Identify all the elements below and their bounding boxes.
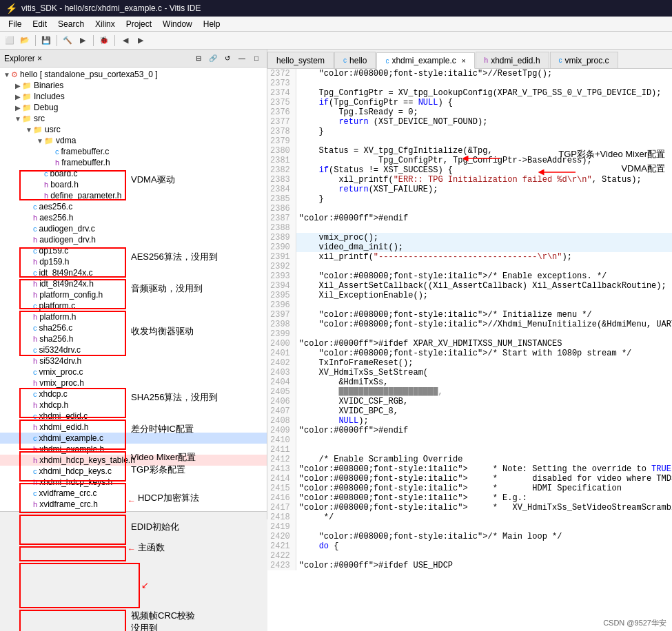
link-editor-btn[interactable]: 🔗 — [207, 52, 219, 65]
tree-src[interactable]: ▼ 📁 src — [0, 113, 267, 124]
line-number: 2419 — [267, 522, 296, 532]
tree-vmix-c-label: vmix_proc.c — [39, 367, 83, 377]
toolbar-forward[interactable]: ▶ — [134, 34, 147, 48]
menu-file[interactable]: File — [3, 18, 27, 30]
toolbar-save[interactable]: 💾 — [39, 34, 53, 48]
tree-includes[interactable]: ▶ 📁 Includes — [0, 91, 267, 102]
tree-idt-h[interactable]: h idt_8t49n24x.h — [0, 278, 267, 289]
tree-audiogen-c[interactable]: c audiogen_drv.c — [0, 223, 267, 234]
toolbar-sep-2 — [57, 35, 57, 46]
menu-project[interactable]: Project — [121, 18, 157, 30]
tree-board-h[interactable]: h board.h — [0, 179, 267, 190]
tree-platform-c[interactable]: c platform.c — [0, 300, 267, 311]
code-area[interactable]: 2372 "color:#008000;font-style:italic">/… — [267, 69, 672, 631]
tree-binaries[interactable]: ▶ 📁 Binaries — [0, 80, 267, 91]
tree-usrc-label: usrc — [45, 125, 61, 134]
title-text: vitis_SDK - hello/src/xhdmi_example.c - … — [21, 3, 201, 13]
line-code: return(XST_FAILURE); — [296, 185, 672, 194]
menu-edit[interactable]: Edit — [27, 18, 52, 30]
tree-idt-c[interactable]: c idt_8t49n24x.c — [0, 267, 267, 278]
line-code: "color:#008000;font-style:italic"> * XV_… — [296, 503, 672, 513]
tree-board-c[interactable]: c board.c — [0, 168, 267, 179]
tab-xhdmi-edid-h[interactable]: h xhdmi_edid.h — [476, 52, 549, 68]
line-code: return (XST_DEVICE_NOT_FOUND); — [296, 117, 672, 127]
line-number: 2387 — [267, 214, 296, 223]
menu-help[interactable]: Help — [198, 18, 226, 30]
tree-dp159-c-label: dp159.c — [39, 246, 69, 256]
line-number: 2379 — [267, 136, 296, 146]
line-number: 2373 — [267, 79, 296, 88]
line-code: &HdmiTxSs, — [296, 377, 672, 387]
tree-xvidframe-c[interactable]: c xvidframe_crc.c — [0, 488, 267, 499]
toolbar: ⬜ 📂 💾 🔨 ▶ 🐞 ◀ ▶ — [0, 32, 672, 50]
tab-xhdmi-example-c[interactable]: c xhdmi_example.c × — [376, 52, 474, 69]
tree-hdcp-keys-c[interactable]: c xhdmi_hdcp_keys.c — [0, 466, 267, 477]
menu-xilinx[interactable]: Xilinx — [90, 18, 121, 30]
tree-xhdcp-c[interactable]: c xhdcp.c — [0, 389, 267, 400]
tree-si5324-c[interactable]: c si5324drv.c — [0, 344, 267, 355]
tree-vmix-h[interactable]: h vmix_proc.h — [0, 377, 267, 389]
line-number: 2421 — [267, 541, 296, 551]
tree-xhdmi-edid-h[interactable]: h xhdmi_edid.h — [0, 422, 267, 433]
tree-platform-h[interactable]: h platform.h — [0, 311, 267, 322]
line-code — [296, 329, 672, 339]
explorer-header: Explorer × ⊟ 🔗 ↺ — □ — [0, 50, 267, 68]
tree-aes256-h-label: aes256.h — [39, 213, 73, 223]
tree-xhdcp-h-label: xhdcp.h — [39, 400, 68, 410]
tree-xhdmi-example-c[interactable]: c xhdmi_example.c — [0, 433, 267, 444]
collapse-all-btn[interactable]: ⊟ — [192, 52, 205, 65]
tree-define-param-h[interactable]: h define_parameter.h — [0, 190, 267, 201]
tree-dp159-c[interactable]: c dp159.c — [0, 245, 267, 256]
tree-hdcp-keys-table[interactable]: h xhdmi_hdcp_keys_table.h — [0, 455, 267, 466]
toolbar-open[interactable]: 📂 — [18, 34, 32, 48]
tree-vdma-folder[interactable]: ▼ 📁 vdma — [0, 135, 267, 146]
line-number: 2420 — [267, 532, 296, 541]
line-code: /* Enable Scrambling Override — [296, 455, 672, 464]
tree-xhdmi-example-h-label: xhdmi_example.h — [39, 444, 104, 454]
left-scrollbar[interactable] — [0, 511, 267, 519]
tab-close-xhdmi-c[interactable]: × — [462, 57, 466, 65]
line-number: 2375 — [267, 98, 296, 107]
explorer-header-right: ⊟ 🔗 ↺ — □ — [192, 52, 263, 65]
line-code: "color:#0000ff">#endif — [296, 426, 672, 435]
toolbar-debug[interactable]: 🐞 — [97, 34, 111, 48]
tree-dp159-h[interactable]: h dp159.h — [0, 256, 267, 267]
tree-si5324-h[interactable]: h si5324drv.h — [0, 355, 267, 366]
tree-platform-config[interactable]: h platform_config.h — [0, 289, 267, 300]
tree-aes256-c[interactable]: c aes256.c — [0, 201, 267, 212]
line-code — [296, 204, 672, 214]
tree-xhdcp-h[interactable]: h xhdcp.h — [0, 400, 267, 411]
tree-xvidframe-h[interactable]: h xvidframe_crc.h — [0, 499, 267, 510]
line-number: 2397 — [267, 310, 296, 320]
tree-xhdmi-example-h[interactable]: h xhdmi_example.h — [0, 444, 267, 455]
tree-usrc[interactable]: ▼ 📁 usrc — [0, 124, 267, 135]
tree-sha256-h[interactable]: h sha256.h — [0, 333, 267, 344]
tree-project-root[interactable]: ▼ ⚙ hello [ standalone_psu_cortexa53_0 ] — [0, 69, 267, 80]
line-number: 2380 — [267, 146, 296, 156]
tab-edid-h-label: xhdmi_edid.h — [491, 56, 540, 65]
left-panel-wrapper: Explorer × ⊟ 🔗 ↺ — □ ▼ ⚙ hello [ standal — [0, 50, 267, 631]
tree-vmix-c[interactable]: c vmix_proc.c — [0, 366, 267, 377]
menu-window[interactable]: Window — [157, 18, 198, 30]
toolbar-run[interactable]: ▶ — [76, 34, 90, 48]
toolbar-back[interactable]: ◀ — [119, 34, 132, 48]
toolbar-new[interactable]: ⬜ — [3, 34, 17, 48]
toolbar-build[interactable]: 🔨 — [61, 34, 74, 48]
tree-hdcp-keys-h[interactable]: h xhdmi_hdcp_keys.h — [0, 477, 267, 488]
menu-search[interactable]: Search — [52, 18, 90, 30]
line-number: 2389 — [267, 233, 296, 242]
tab-hello[interactable]: c hello — [334, 52, 376, 68]
line-number: 2407 — [267, 406, 296, 416]
maximize-btn[interactable]: □ — [250, 52, 263, 65]
tree-debug[interactable]: ▶ 📁 Debug — [0, 102, 267, 113]
tree-xhdmi-edid-c[interactable]: c xhdmi_edid.c — [0, 411, 267, 422]
tree-framebuffer-c[interactable]: c framebuffer.c — [0, 146, 267, 157]
tab-vmix-proc-c[interactable]: c vmix_proc.c — [550, 52, 618, 68]
minimize-btn[interactable]: — — [236, 52, 248, 65]
tree-aes256-h[interactable]: h aes256.h — [0, 212, 267, 223]
sync-btn[interactable]: ↺ — [221, 52, 234, 65]
tree-sha256-c[interactable]: c sha256.c — [0, 322, 267, 333]
tree-framebuffer-h[interactable]: h framebuffer.h — [0, 157, 267, 168]
tab-hello-system[interactable]: hello_system — [267, 52, 334, 68]
tree-audiogen-h[interactable]: h audiogen_drv.h — [0, 234, 267, 245]
